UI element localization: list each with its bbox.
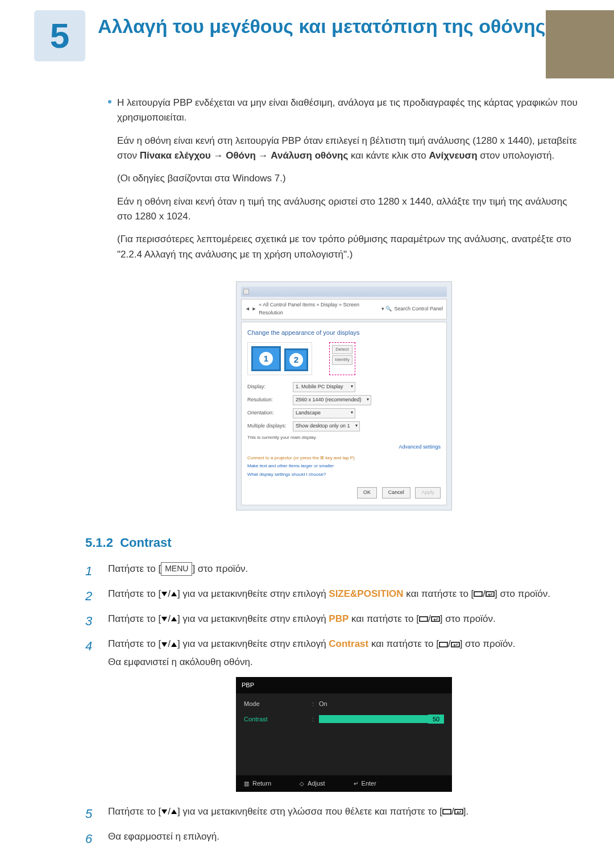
down-arrow-icon bbox=[161, 616, 168, 622]
apply-button: Apply bbox=[415, 487, 441, 499]
svg-marker-4 bbox=[161, 617, 167, 621]
svg-rect-3 bbox=[486, 592, 494, 596]
osd-title: PBP bbox=[236, 677, 452, 693]
ok-button: OK bbox=[357, 487, 377, 499]
svg-rect-14 bbox=[443, 809, 451, 814]
search-placeholder: Search Control Panel bbox=[394, 305, 443, 313]
osd-enter: ↵Enter bbox=[354, 779, 376, 788]
intro-p3: Εάν η οθόνη είναι κενή όταν η τιμή της α… bbox=[117, 194, 580, 225]
svg-rect-7 bbox=[432, 617, 439, 621]
svg-rect-11 bbox=[451, 642, 459, 647]
section-heading: 5.1.2 Contrast bbox=[85, 533, 580, 553]
monitor-preview: 1 2 bbox=[247, 342, 312, 375]
breadcrumb: « All Control Panel Items » Display » Sc… bbox=[259, 301, 379, 317]
detect-identify-buttons: Detect Identify bbox=[329, 342, 355, 375]
windows-screen-resolution-screenshot: ◄ ► « All Control Panel Items » Display … bbox=[236, 281, 452, 510]
up-arrow-icon bbox=[171, 591, 177, 597]
osd-mode-label: Mode bbox=[244, 699, 312, 709]
chapter-header: 5 Αλλαγή του μεγέθους και μετατόπιση της… bbox=[34, 0, 580, 61]
info-bullet: Η λειτουργία PBP ενδέχεται να μην είναι … bbox=[108, 95, 580, 270]
ss-heading: Change the appearance of your displays bbox=[247, 328, 441, 338]
header-accent-block bbox=[546, 10, 614, 78]
intro-p1: Εάν η οθόνη είναι κενή στη λειτουργία PB… bbox=[117, 134, 580, 164]
svg-marker-5 bbox=[171, 617, 177, 621]
enter-icon bbox=[431, 616, 440, 622]
osd-contrast-bar: 50 bbox=[319, 715, 444, 724]
svg-rect-10 bbox=[439, 642, 447, 647]
down-arrow-icon bbox=[161, 641, 168, 648]
up-arrow-icon bbox=[171, 616, 177, 622]
rect-icon bbox=[442, 808, 451, 815]
bullet-text: Η λειτουργία PBP ενδέχεται να μην είναι … bbox=[117, 95, 580, 126]
osd-adjust: ◇Adjust bbox=[300, 779, 325, 788]
down-arrow-icon bbox=[161, 808, 168, 815]
enter-icon bbox=[454, 808, 463, 815]
svg-marker-12 bbox=[161, 809, 167, 814]
osd-mode-value: On bbox=[319, 699, 444, 709]
up-arrow-icon bbox=[171, 808, 177, 815]
rect-icon bbox=[474, 591, 483, 597]
osd-return: ▥Return bbox=[244, 779, 271, 788]
up-arrow-icon bbox=[171, 641, 177, 648]
intro-p2: (Οι οδηγίες βασίζονται στα Windows 7.) bbox=[117, 171, 580, 186]
svg-rect-2 bbox=[474, 592, 482, 596]
menu-button-icon: MENU bbox=[161, 562, 192, 576]
rect-icon bbox=[439, 641, 448, 648]
down-arrow-icon bbox=[161, 591, 168, 597]
rect-icon bbox=[419, 616, 428, 622]
svg-rect-15 bbox=[455, 809, 463, 814]
intro-p4: (Για περισσότερες λεπτομέρειες σχετικά μ… bbox=[117, 232, 580, 262]
svg-marker-0 bbox=[161, 592, 167, 596]
cancel-button: Cancel bbox=[382, 487, 410, 499]
svg-marker-1 bbox=[171, 592, 177, 596]
svg-marker-8 bbox=[161, 642, 167, 647]
svg-marker-13 bbox=[171, 809, 177, 814]
chapter-title: Αλλαγή του μεγέθους και μετατόπιση της ο… bbox=[98, 10, 545, 39]
osd-contrast-label: Contrast bbox=[244, 715, 312, 724]
instruction-steps: 1 Πατήστε το [MENU] στο προϊόν. 2 Πατήστ… bbox=[85, 562, 580, 849]
chapter-number: 5 bbox=[34, 10, 85, 61]
svg-rect-6 bbox=[420, 617, 428, 621]
enter-icon bbox=[486, 591, 495, 597]
enter-icon bbox=[451, 641, 460, 648]
svg-marker-9 bbox=[171, 642, 177, 647]
osd-menu-screenshot: PBP Mode : On Contrast : 50 bbox=[236, 677, 452, 792]
bullet-dot-icon bbox=[108, 100, 111, 103]
